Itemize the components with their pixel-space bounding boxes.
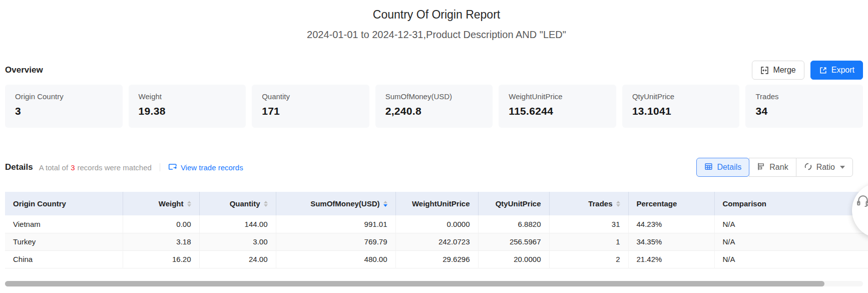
- stat-card-weight-unit-price: WeightUnitPrice 115.6244: [499, 85, 616, 128]
- cell-weight: 3.18: [123, 233, 199, 250]
- matched-summary: A total of3records were matched: [39, 163, 152, 172]
- cell-quantity: 144.00: [199, 215, 276, 233]
- merge-button[interactable]: Merge: [752, 61, 804, 80]
- cell-weight-unit-price: 29.6296: [395, 250, 478, 268]
- cell-quantity: 24.00: [199, 250, 276, 268]
- vertical-divider: [160, 163, 160, 171]
- cell-qty-unit-price: 6.8820: [478, 215, 549, 233]
- details-heading: Details: [5, 162, 33, 172]
- action-buttons: Merge Export: [752, 61, 863, 80]
- column-header-comparison: Comparison: [714, 192, 868, 215]
- stat-value: 34: [755, 105, 853, 117]
- cell-origin-country: Turkey: [5, 233, 123, 250]
- cell-quantity: 3.00: [199, 233, 276, 250]
- column-header-weight[interactable]: Weight: [123, 192, 199, 215]
- column-label: Origin Country: [13, 199, 66, 208]
- column-label: WeightUnitPrice: [412, 199, 470, 208]
- stat-card-weight: Weight 19.38: [129, 85, 246, 128]
- view-mode-ratio-button[interactable]: Ratio: [796, 158, 853, 177]
- table-row-turkey: Turkey 3.18 3.00 769.79 242.0723 256.596…: [5, 233, 868, 250]
- sort-toggle-icon[interactable]: [264, 201, 268, 207]
- cell-trades: 1: [549, 233, 628, 250]
- overview-bar: Overview Merge Export: [5, 61, 868, 80]
- details-table: Origin Country Weight Quantity SumOfMone…: [5, 192, 868, 268]
- view-trade-records-link[interactable]: View trade records: [168, 162, 243, 173]
- stat-value: 3: [15, 105, 113, 117]
- stat-label: SumOfMoney(USD): [385, 92, 483, 101]
- cell-origin-country: Vietnam: [5, 215, 123, 233]
- cell-percentage: 21.42%: [628, 250, 714, 268]
- details-bar: Details A total of3records were matched …: [5, 158, 868, 177]
- report-page: Country Of Origin Report 2024-01-01 to 2…: [0, 0, 868, 268]
- column-label: Weight: [159, 199, 184, 208]
- cell-weight: 16.20: [123, 250, 199, 268]
- column-header-sum-of-money[interactable]: SumOfMoney(USD): [276, 192, 395, 215]
- stat-label: WeightUnitPrice: [509, 92, 606, 101]
- view-mode-details-label: Details: [717, 163, 741, 172]
- column-header-origin-country: Origin Country: [5, 192, 123, 215]
- stat-card-trades: Trades 34: [745, 85, 863, 128]
- stat-card-origin-country: Origin Country 3: [5, 85, 123, 128]
- matched-prefix: A total of: [39, 163, 68, 172]
- cell-qty-unit-price: 256.5967: [478, 233, 549, 250]
- export-button[interactable]: Export: [810, 61, 863, 80]
- stat-label: Trades: [755, 92, 853, 101]
- column-header-weight-unit-price: WeightUnitPrice: [395, 192, 478, 215]
- cell-weight-unit-price: 0.0000: [395, 215, 478, 233]
- matched-suffix: records were matched: [77, 163, 151, 172]
- stat-label: Origin Country: [15, 92, 113, 101]
- stat-value: 13.1041: [632, 105, 730, 117]
- column-header-trades[interactable]: Trades: [549, 192, 628, 215]
- view-trade-records-label: View trade records: [181, 163, 243, 172]
- cell-percentage: 44.23%: [628, 215, 714, 233]
- stat-label: Weight: [139, 92, 236, 101]
- merge-cells-icon: [760, 66, 769, 75]
- column-label: SumOfMoney(USD): [310, 199, 379, 208]
- sort-toggle-icon[interactable]: [187, 201, 191, 207]
- column-header-percentage: Percentage: [628, 192, 714, 215]
- column-header-quantity[interactable]: Quantity: [199, 192, 276, 215]
- column-label: Percentage: [637, 199, 677, 208]
- stat-card-qty-unit-price: QtyUnitPrice 13.1041: [622, 85, 740, 128]
- cell-trades: 2: [549, 250, 628, 268]
- view-mode-rank-button[interactable]: Rank: [749, 158, 796, 177]
- cell-weight: 0.00: [123, 215, 199, 233]
- column-label: Quantity: [230, 199, 260, 208]
- page-title: Country Of Origin Report: [5, 0, 868, 22]
- cell-sum-of-money: 769.79: [276, 233, 395, 250]
- stat-value: 2,240.8: [385, 105, 483, 117]
- cell-qty-unit-price: 20.0000: [478, 250, 549, 268]
- sort-toggle-icon[interactable]: [616, 201, 620, 207]
- cell-comparison: N/A: [714, 215, 868, 233]
- stat-card-sum-of-money: SumOfMoney(USD) 2,240.8: [375, 85, 493, 128]
- table-header-row: Origin Country Weight Quantity SumOfMone…: [5, 192, 868, 215]
- cell-percentage: 34.35%: [628, 233, 714, 250]
- trade-records-icon: [168, 162, 177, 173]
- stat-value: 171: [262, 105, 359, 117]
- page-subtitle: 2024-01-01 to 2024-12-31,Product Descrip…: [5, 29, 868, 41]
- cell-comparison: N/A: [714, 233, 868, 250]
- matched-count: 3: [71, 163, 75, 172]
- stat-value: 19.38: [139, 105, 236, 117]
- sort-toggle-icon-active-desc[interactable]: [383, 201, 387, 207]
- cell-comparison: N/A: [714, 250, 868, 268]
- horizontal-scrollbar-thumb[interactable]: [5, 281, 824, 286]
- stat-value: 115.6244: [509, 105, 606, 117]
- rank-bars-icon: [757, 162, 765, 173]
- cell-sum-of-money: 480.00: [276, 250, 395, 268]
- stat-label: Quantity: [262, 92, 359, 101]
- view-mode-rank-label: Rank: [769, 163, 788, 172]
- table-row-china: China 16.20 24.00 480.00 29.6296 20.0000…: [5, 250, 868, 268]
- stat-label: QtyUnitPrice: [632, 92, 730, 101]
- export-icon: [819, 66, 827, 75]
- merge-button-label: Merge: [773, 66, 795, 75]
- view-mode-switcher: Details Rank Ratio: [696, 158, 853, 177]
- view-mode-details-button[interactable]: Details: [696, 158, 749, 177]
- chevron-down-icon: [840, 166, 845, 169]
- cell-origin-country: China: [5, 250, 123, 268]
- column-header-qty-unit-price: QtyUnitPrice: [478, 192, 549, 215]
- overview-cards: Origin Country 3 Weight 19.38 Quantity 1…: [5, 85, 868, 128]
- cell-trades: 31: [549, 215, 628, 233]
- horizontal-scrollbar-track[interactable]: [5, 281, 863, 286]
- table-grid-icon: [704, 162, 713, 173]
